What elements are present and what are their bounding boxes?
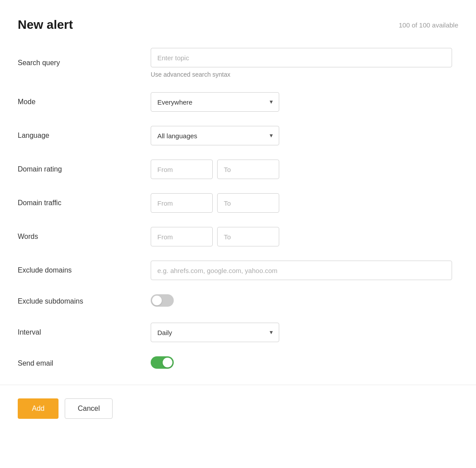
mode-select[interactable]: Everywhere Title URL Content — [151, 92, 279, 112]
interval-row: Interval Daily Weekly Monthly ▼ — [18, 323, 458, 342]
exclude-domains-label: Exclude domains — [18, 266, 151, 274]
search-query-input[interactable] — [151, 48, 452, 67]
interval-select[interactable]: Daily Weekly Monthly — [151, 323, 279, 342]
language-select[interactable]: All languages English Spanish French Ger… — [151, 126, 279, 145]
language-select-wrapper: All languages English Spanish French Ger… — [151, 126, 279, 145]
exclude-subdomains-slider — [151, 294, 174, 307]
domain-rating-row: Domain rating — [18, 160, 458, 179]
domain-traffic-area — [151, 193, 458, 213]
words-range — [151, 227, 458, 246]
cancel-button[interactable]: Cancel — [65, 398, 113, 419]
send-email-row: Send email — [18, 356, 458, 370]
domain-traffic-range — [151, 193, 458, 213]
page-header: New alert 100 of 100 available — [18, 18, 458, 32]
exclude-domains-area — [151, 261, 458, 280]
language-label: Language — [18, 132, 151, 140]
domain-traffic-label: Domain traffic — [18, 199, 151, 207]
domain-rating-label: Domain rating — [18, 165, 151, 173]
interval-select-wrapper: Daily Weekly Monthly ▼ — [151, 323, 279, 342]
mode-label: Mode — [18, 98, 151, 106]
exclude-subdomains-row: Exclude subdomains — [18, 294, 458, 308]
domain-rating-area — [151, 160, 458, 179]
add-button[interactable]: Add — [18, 398, 59, 419]
available-count: 100 of 100 available — [399, 21, 458, 29]
exclude-subdomains-area — [151, 294, 458, 308]
interval-label: Interval — [18, 328, 151, 336]
search-query-helper: Use advanced search syntax — [151, 71, 458, 78]
send-email-toggle[interactable] — [151, 356, 174, 369]
search-query-row: Search query Use advanced search syntax — [18, 48, 458, 78]
send-email-area — [151, 356, 458, 370]
domain-traffic-to-input[interactable] — [217, 193, 279, 213]
mode-row: Mode Everywhere Title URL Content ▼ — [18, 92, 458, 112]
mode-area: Everywhere Title URL Content ▼ — [151, 92, 458, 112]
domain-rating-range — [151, 160, 458, 179]
send-email-label: Send email — [18, 359, 151, 367]
language-area: All languages English Spanish French Ger… — [151, 126, 458, 145]
send-email-slider — [151, 356, 174, 369]
exclude-subdomains-toggle[interactable] — [151, 294, 174, 307]
words-to-input[interactable] — [217, 227, 279, 246]
exclude-domains-row: Exclude domains — [18, 261, 458, 280]
exclude-domains-input[interactable] — [151, 261, 452, 280]
domain-rating-to-input[interactable] — [217, 160, 279, 179]
words-from-input[interactable] — [151, 227, 213, 246]
search-query-label: Search query — [18, 59, 151, 67]
page-title: New alert — [18, 18, 73, 32]
words-label: Words — [18, 233, 151, 241]
domain-traffic-from-input[interactable] — [151, 193, 213, 213]
words-row: Words — [18, 227, 458, 246]
mode-select-wrapper: Everywhere Title URL Content ▼ — [151, 92, 279, 112]
search-query-area: Use advanced search syntax — [151, 48, 458, 78]
words-area — [151, 227, 458, 246]
interval-area: Daily Weekly Monthly ▼ — [151, 323, 458, 342]
exclude-subdomains-label: Exclude subdomains — [18, 297, 151, 305]
footer-actions: Add Cancel — [0, 385, 476, 432]
domain-rating-from-input[interactable] — [151, 160, 213, 179]
domain-traffic-row: Domain traffic — [18, 193, 458, 213]
language-row: Language All languages English Spanish F… — [18, 126, 458, 145]
